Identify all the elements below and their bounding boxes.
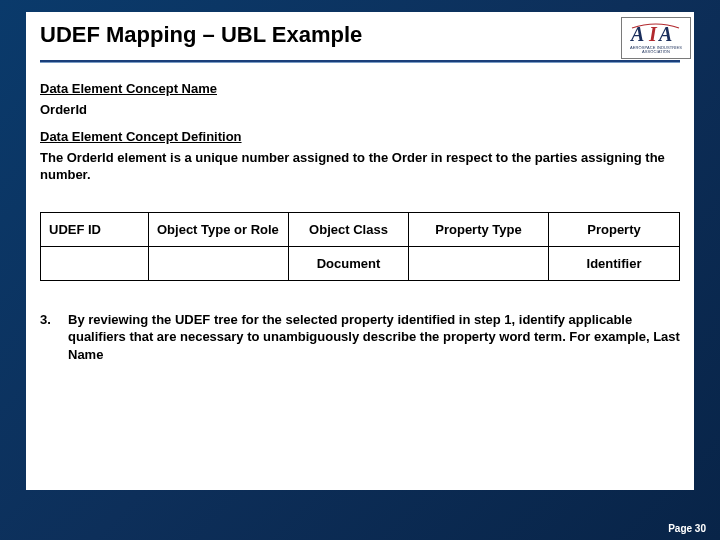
step-text: By reviewing the UDEF tree for the selec… [68,311,680,364]
mapping-table: UDEF ID Object Type or Role Object Class… [40,212,680,281]
step-number: 3. [40,311,68,364]
concept-def-heading: Data Element Concept Definition [40,129,680,144]
logo-aia: A I A AEROSPACE INDUSTRIES ASSOCIATION [621,17,691,59]
th-udef-id: UDEF ID [41,212,149,246]
td-object-type [149,246,289,280]
page-title: UDEF Mapping – UBL Example [40,22,680,48]
td-object-class: Document [289,246,409,280]
th-object-type: Object Type or Role [149,212,289,246]
slide-content: A I A AEROSPACE INDUSTRIES ASSOCIATION U… [26,12,694,490]
concept-def-value: The OrderId element is a unique number a… [40,150,680,184]
logo-mark-icon: A I A [629,23,683,45]
page-number: Page 30 [668,523,706,534]
td-property: Identifier [549,246,680,280]
th-property: Property [549,212,680,246]
concept-name-heading: Data Element Concept Name [40,81,680,96]
th-property-type: Property Type [409,212,549,246]
svg-text:A: A [657,23,672,45]
th-object-class: Object Class [289,212,409,246]
table-header-row: UDEF ID Object Type or Role Object Class… [41,212,680,246]
slide-body: Data Element Concept Name OrderId Data E… [26,63,694,363]
concept-name-value: OrderId [40,102,680,119]
td-property-type [409,246,549,280]
step-row: 3. By reviewing the UDEF tree for the se… [40,311,680,364]
logo-subtext: AEROSPACE INDUSTRIES ASSOCIATION [622,46,690,54]
title-area: UDEF Mapping – UBL Example [26,12,694,56]
svg-text:I: I [648,23,658,45]
table-row: Document Identifier [41,246,680,280]
td-udef-id [41,246,149,280]
